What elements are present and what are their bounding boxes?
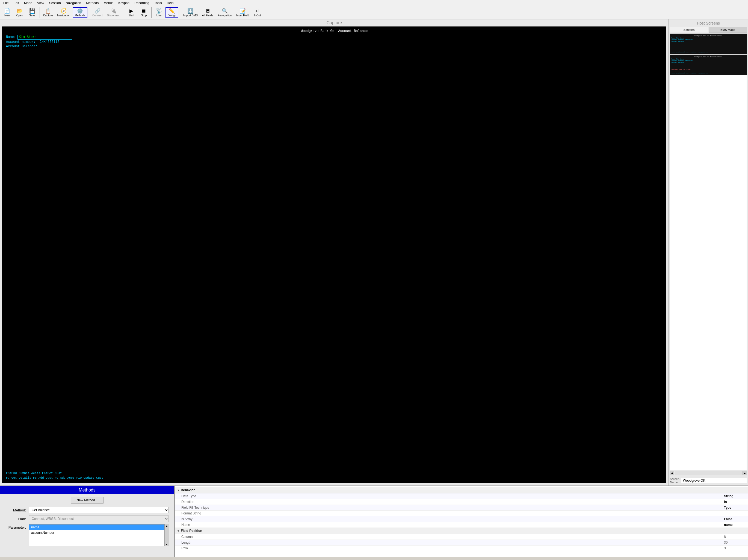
prop-field-fill: Field Fill Technique Type <box>175 505 748 511</box>
inout-label: InOut <box>254 14 261 17</box>
menu-tools[interactable]: Tools <box>152 1 164 5</box>
new-method-button[interactable]: New Method... <box>71 497 103 504</box>
connect-icon: 🔗 <box>94 8 100 14</box>
open-button[interactable]: 📂 Open <box>14 8 26 18</box>
methods-title: Methods <box>0 486 174 494</box>
prop-length-name: Length <box>181 541 724 544</box>
menu-file[interactable]: File <box>1 1 10 5</box>
field-position-section-header[interactable]: ▼ Field Position <box>175 528 748 534</box>
all-fields-button[interactable]: 🖥 All Fields <box>200 8 215 18</box>
toolbar: 📄 New 📂 Open 💾 Save 📋 Capture 🧭 Navigati… <box>0 6 748 19</box>
navigation-button[interactable]: 🧭 Navigation <box>55 8 72 18</box>
import-bms-button[interactable]: ⬇️ Import BMS <box>181 8 200 18</box>
main-container: Capture Woodgrove Bank Get Account Balan… <box>0 19 748 557</box>
live-button[interactable]: 📡 Live <box>153 8 165 18</box>
capture-button[interactable]: 📋 Capture <box>41 8 55 18</box>
field-position-section-title: Field Position <box>181 529 202 533</box>
live-icon: 📡 <box>156 8 162 14</box>
prop-direction-name: Direction <box>181 500 724 504</box>
properties-panel: ▼ Behavior Data Type String Direction In… <box>175 486 748 557</box>
terminal-account-balance-row: Account Balance: <box>6 45 662 48</box>
capture-icon: 📋 <box>45 8 51 14</box>
plan-field-label: Plan: <box>5 517 26 521</box>
menu-edit[interactable]: Edit <box>11 1 21 5</box>
capture-title: Capture <box>0 19 669 26</box>
host-screens-tabs: Screens BMS Maps <box>670 27 747 32</box>
prop-name: Name name <box>175 522 748 528</box>
param-field-label: Parameter: <box>5 524 26 530</box>
menu-menus[interactable]: Menus <box>101 1 116 5</box>
scroll-track[interactable] <box>675 471 742 475</box>
prop-column: Column 8 <box>175 534 748 540</box>
tab-screens[interactable]: Screens <box>670 27 708 32</box>
terminal-name-input[interactable] <box>18 35 72 40</box>
import-bms-icon: ⬇️ <box>187 8 193 14</box>
terminal-title: Woodgrove Bank Get Account Balance <box>6 29 662 33</box>
screen-thumb-2[interactable]: Woodgrove Bank Get Account Balance Name:… <box>670 55 747 75</box>
screen-thumb-1[interactable]: Woodgrove Bank Get Account Balance Name:… <box>670 34 747 54</box>
bottom-section: Methods New Method... Method: Get Balanc… <box>0 486 748 557</box>
param-item-name[interactable]: name <box>29 525 168 530</box>
stop-button[interactable]: ⏹ Stop <box>138 8 150 18</box>
scroll-left-arrow[interactable]: ◀ <box>670 471 674 475</box>
screens-list[interactable]: Woodgrove Bank Get Account Balance Name:… <box>670 33 747 470</box>
behavior-section-header[interactable]: ▼ Behavior <box>175 487 748 493</box>
start-label: Start <box>128 14 134 17</box>
terminal-account-number-label: Account number: <box>6 40 36 44</box>
param-list-wrapper: name accountNumber ▲ ▼ <box>29 524 169 546</box>
screens-scrollbar-row: ◀ ▶ <box>670 471 747 475</box>
terminal-name-label: Name: <box>6 35 16 39</box>
scroll-right-arrow[interactable]: ▶ <box>743 471 747 475</box>
param-item-account-number[interactable]: accountNumber <box>29 530 168 535</box>
methods-label: Methods <box>75 14 85 17</box>
save-button[interactable]: 💾 Save <box>26 8 38 18</box>
menu-view[interactable]: View <box>35 1 46 5</box>
design-label: Design <box>168 14 176 17</box>
inout-button[interactable]: ↩ InOut <box>252 8 263 18</box>
new-button[interactable]: 📄 New <box>1 8 13 18</box>
methods-button[interactable]: ⚙️ Methods <box>73 7 87 18</box>
method-select[interactable]: Get Balance <box>29 507 169 513</box>
menu-recording[interactable]: Recording <box>132 1 151 5</box>
separator-3 <box>124 7 124 18</box>
host-screens-title: Host Screens <box>670 21 747 27</box>
behavior-section-title: Behavior <box>181 488 195 492</box>
param-row: Parameter: name accountNumber ▲ ▼ <box>5 524 169 546</box>
param-list[interactable]: name accountNumber <box>29 524 169 546</box>
input-field-button[interactable]: 📝 Input Field <box>234 8 251 18</box>
import-bms-label: Import BMS <box>183 14 198 17</box>
prop-row: Row 3 <box>175 545 748 551</box>
param-scrollbar[interactable]: ▲ ▼ <box>164 524 169 546</box>
screen-name-label: ScreenName: <box>670 477 679 484</box>
prop-column-value: 8 <box>724 535 746 539</box>
screen-name-input[interactable] <box>681 478 747 483</box>
separator-4 <box>151 7 151 18</box>
param-scroll-up[interactable]: ▲ <box>165 524 168 528</box>
param-scroll-down[interactable]: ▼ <box>165 543 168 546</box>
terminal-name-row: Name: <box>6 35 662 40</box>
menu-session[interactable]: Session <box>47 1 63 5</box>
prop-is-array-value: False <box>724 517 746 521</box>
open-label: Open <box>16 14 23 17</box>
connect-button[interactable]: 🔗 Connect <box>90 8 104 18</box>
screen-thumb-2-fkeys: F3=End F5=Get Accts F6=Get Cust F7=Get D… <box>672 72 745 74</box>
method-row: Method: Get Balance <box>5 507 169 513</box>
prop-format-string-name: Format String <box>181 511 724 515</box>
screen-thumb-2-title: Woodgrove Bank Get Account Balance <box>672 56 745 58</box>
recognition-button[interactable]: 🔍 Recognition <box>215 8 234 18</box>
menu-keypad[interactable]: Keypad <box>116 1 132 5</box>
menu-navigation[interactable]: Navigation <box>64 1 84 5</box>
menu-methods[interactable]: Methods <box>84 1 101 5</box>
disconnect-button[interactable]: 🔌 Disconnect <box>105 8 122 18</box>
design-button[interactable]: ✏️ Design <box>165 7 178 18</box>
separator-2 <box>89 7 89 18</box>
start-button[interactable]: ▶ Start <box>125 8 137 18</box>
tab-bms-maps[interactable]: BMS Maps <box>709 27 747 32</box>
connect-label: Connect <box>92 14 102 17</box>
menu-mode[interactable]: Mode <box>22 1 34 5</box>
plan-select[interactable]: Connect, WBGB, Disconnect <box>29 515 169 522</box>
open-icon: 📂 <box>17 8 23 14</box>
capture-panel: Capture Woodgrove Bank Get Account Balan… <box>0 19 669 486</box>
all-fields-icon: 🖥 <box>205 8 210 14</box>
menu-help[interactable]: Help <box>165 1 176 5</box>
